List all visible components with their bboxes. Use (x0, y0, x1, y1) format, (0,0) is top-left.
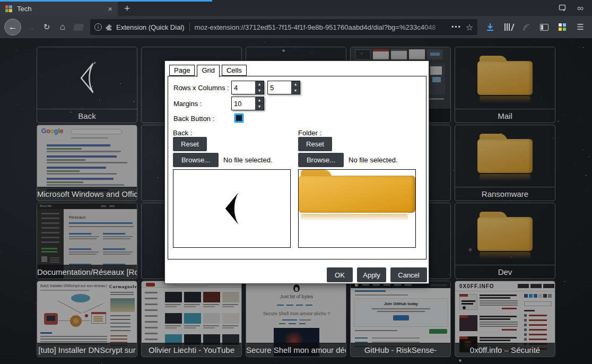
quickdial-extension-icon[interactable] (555, 20, 570, 34)
folder-reflection (480, 96, 530, 103)
back-button-checkbox[interactable] (234, 114, 243, 123)
red-label-chip (459, 336, 468, 339)
sidebar-green-line (41, 248, 57, 249)
nav-link-line (277, 305, 284, 306)
nav-chip (518, 284, 529, 288)
columns-decrement-button[interactable]: ▾ (291, 88, 300, 94)
columns-increment-button[interactable]: ▴ (291, 81, 300, 88)
reload-button[interactable]: ↻ (40, 20, 53, 34)
video-caption (203, 327, 215, 328)
article-title-line (480, 340, 510, 341)
downloads-icon[interactable] (483, 20, 498, 34)
readmore-line (502, 308, 517, 309)
back-browse-button[interactable]: Browse... (173, 153, 219, 167)
folder-browse-button[interactable]: Browse... (298, 153, 344, 167)
tile-label: Ransomware (455, 187, 555, 201)
menu-icon[interactable]: ☰ (573, 20, 588, 34)
browser-tab-tech[interactable]: Tech × (0, 0, 118, 16)
url-bar[interactable]: i Extension (Quick Dial) moz-extension:/… (90, 19, 477, 35)
folder-body (477, 61, 533, 95)
header-dash (101, 205, 106, 207)
back-button[interactable]: ← (4, 19, 21, 36)
tab-page[interactable]: Page (169, 65, 195, 76)
header-link-line (373, 284, 380, 285)
rows-decrement-button[interactable]: ▾ (255, 88, 264, 94)
dial-tile-0x0ff-info-s-curit[interactable]: 0X0FF.INFO0x0ff.info – Sécurité (455, 281, 555, 357)
tab-grid[interactable]: Grid (197, 65, 220, 77)
tile-label: Documentation/Réseaux [Root (37, 265, 137, 279)
article-title-line (480, 316, 517, 317)
page-info-icon[interactable]: i (94, 23, 102, 31)
library-icon[interactable] (501, 20, 516, 34)
social-icon (534, 294, 537, 298)
category-icon (524, 314, 527, 317)
dial-tile-github-risksense[interactable]: Join GitHub todayGitHub - RiskSense- (350, 281, 451, 357)
dial-tile-secure-shell-mon-amour-d-chu[interactable]: Just bit of bytesSecure Shell mon amour … (246, 281, 346, 357)
new-window-icon[interactable] (558, 4, 567, 12)
mini-tile (355, 49, 371, 59)
category-line (110, 335, 127, 336)
grid-square (563, 28, 566, 31)
margins-decrement-button[interactable]: ▾ (255, 104, 264, 110)
active-tab-accent-line (0, 0, 212, 2)
rows-increment-button[interactable]: ▴ (255, 81, 264, 88)
dial-tile-olivier-liechti-youtube[interactable]: Olivier Liechti - YouTube (141, 281, 242, 357)
link-title-line (103, 233, 125, 235)
tile-label: Dev (455, 265, 555, 279)
tile-label: Microsoft Windows and Office (37, 187, 137, 201)
side-line (110, 292, 134, 293)
video-caption (165, 304, 181, 305)
result-title-line (47, 155, 117, 158)
dial-tile-documentation-r-seaux-root[interactable]: Root MeRéseauxDocumentation/Réseaux [Roo… (37, 203, 137, 279)
green-button (429, 329, 447, 334)
category-link-line (529, 319, 547, 321)
home-button[interactable]: ⌂ (56, 20, 69, 34)
rows-stepper: ▴ ▾ (231, 81, 264, 94)
tab-close-icon[interactable]: × (107, 4, 114, 13)
sidebar-toggle-icon[interactable] (537, 20, 552, 34)
www-line (93, 320, 103, 322)
header-link-line (384, 284, 390, 285)
article-text-line (480, 300, 518, 301)
folder-reset-button[interactable]: Reset (298, 137, 332, 151)
rss-icon[interactable] (519, 20, 534, 34)
tab-row-line (355, 294, 408, 296)
columns-input[interactable] (268, 81, 291, 94)
ok-button[interactable]: OK (327, 267, 353, 282)
tab-cells[interactable]: Cells (222, 65, 247, 76)
dial-tile-dev[interactable]: Dev (455, 203, 555, 279)
rows-input[interactable] (232, 81, 255, 94)
folder-no-file-text: No file selected. (349, 156, 398, 164)
article-text-line (480, 324, 518, 325)
apply-button[interactable]: Apply (357, 267, 386, 282)
page-actions-icon[interactable]: ••• (451, 23, 462, 31)
nav-chip (543, 284, 554, 288)
category-line (110, 339, 127, 340)
side-image (110, 298, 135, 312)
sidebar-green-line (41, 251, 57, 253)
video-thumb (222, 313, 239, 324)
dial-tile-microsoft-windows-and-office[interactable]: GoogleMicrosoft Windows and Office (37, 125, 137, 201)
nav-link-line (306, 305, 312, 306)
back-reset-button[interactable]: Reset (173, 137, 207, 151)
bookmark-star-icon[interactable]: ☆ (466, 22, 473, 32)
forward-button[interactable]: → (24, 20, 37, 34)
dial-tile-back[interactable]: Back (37, 47, 137, 123)
margins-input[interactable] (232, 97, 255, 110)
columns-stepper-buttons: ▴ ▾ (291, 81, 300, 94)
new-tab-button[interactable]: + (124, 3, 130, 13)
dial-tile-tuto-installer-dnscrypt-sur[interactable]: [tuto] Installer DNScrypt sur son réseau… (37, 281, 137, 357)
mask-icon[interactable]: ∞ (577, 4, 584, 13)
menu-line (110, 323, 130, 324)
category-link-line (529, 329, 547, 331)
avatar (41, 256, 47, 262)
video-caption (165, 306, 177, 307)
cancel-button[interactable]: Cancel (390, 267, 427, 282)
dial-tile-mail[interactable]: Mail (455, 47, 555, 123)
text-line (103, 252, 133, 253)
category-icon (524, 319, 527, 322)
sidebar-item (50, 259, 59, 261)
dial-tile-ransomware[interactable]: Ransomware (455, 125, 555, 201)
margins-increment-button[interactable]: ▴ (255, 97, 264, 104)
favicon-square (5, 9, 8, 12)
